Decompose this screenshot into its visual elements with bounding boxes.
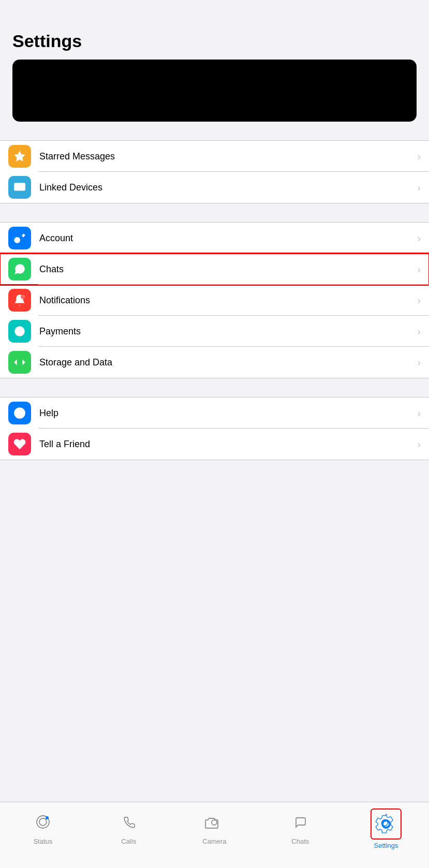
notifications-icon bbox=[8, 289, 31, 312]
tab-camera[interactable]: Camera bbox=[194, 808, 235, 845]
camera-tab-icon bbox=[201, 808, 228, 835]
starred-messages-label: Starred Messages bbox=[39, 151, 413, 162]
profile-banner[interactable] bbox=[0, 60, 429, 122]
tab-settings[interactable]: Settings bbox=[365, 808, 407, 849]
tab-calls[interactable]: Calls bbox=[108, 808, 150, 845]
chevron-icon: › bbox=[417, 326, 421, 337]
chevron-icon: › bbox=[417, 232, 421, 244]
settings-item-payments[interactable]: ₹ Payments › bbox=[0, 316, 429, 347]
chats-settings-icon bbox=[8, 258, 31, 281]
chats-tab-icon bbox=[287, 808, 314, 835]
support-section: i Help › Tell a Friend › bbox=[0, 397, 429, 460]
storage-label: Storage and Data bbox=[39, 357, 413, 368]
chevron-icon: › bbox=[417, 407, 421, 419]
settings-item-notifications[interactable]: Notifications › bbox=[0, 285, 429, 316]
settings-item-account[interactable]: Account › bbox=[0, 223, 429, 254]
help-label: Help bbox=[39, 408, 413, 419]
settings-item-storage[interactable]: Storage and Data › bbox=[0, 347, 429, 378]
calls-tab-icon bbox=[115, 808, 142, 835]
status-tab-label: Status bbox=[33, 837, 52, 845]
settings-tab-icon bbox=[373, 811, 400, 837]
svg-rect-0 bbox=[14, 183, 25, 190]
settings-item-help[interactable]: i Help › bbox=[0, 398, 429, 429]
help-icon: i bbox=[8, 402, 31, 424]
tab-bar: Status Calls Camera Chats bbox=[0, 802, 429, 868]
chevron-icon: › bbox=[417, 151, 421, 163]
chats-settings-label: Chats bbox=[39, 264, 413, 275]
settings-tab-label: Settings bbox=[374, 842, 398, 849]
svg-point-8 bbox=[39, 818, 47, 826]
camera-tab-label: Camera bbox=[202, 837, 226, 845]
svg-text:i: i bbox=[19, 408, 21, 417]
payments-label: Payments bbox=[39, 326, 413, 337]
svg-text:₹: ₹ bbox=[18, 328, 22, 335]
chevron-icon: › bbox=[417, 263, 421, 275]
linked-devices-label: Linked Devices bbox=[39, 182, 413, 193]
page-title: Settings bbox=[0, 0, 429, 60]
account-icon bbox=[8, 227, 31, 249]
main-settings-section: Account › Chats › Notifications bbox=[0, 222, 429, 378]
tab-status[interactable]: Status bbox=[22, 808, 64, 845]
tell-friend-icon bbox=[8, 433, 31, 455]
settings-item-chats[interactable]: Chats › bbox=[0, 254, 429, 285]
settings-item-linked[interactable]: Linked Devices › bbox=[0, 172, 429, 203]
svg-point-9 bbox=[46, 816, 49, 819]
chats-tab-label: Chats bbox=[291, 837, 309, 845]
tab-chats[interactable]: Chats bbox=[279, 808, 321, 845]
tell-friend-label: Tell a Friend bbox=[39, 439, 413, 450]
starred-messages-icon bbox=[8, 145, 31, 168]
chevron-icon: › bbox=[417, 357, 421, 369]
chevron-icon: › bbox=[417, 295, 421, 306]
settings-item-starred[interactable]: Starred Messages › bbox=[0, 141, 429, 172]
linked-devices-icon bbox=[8, 176, 31, 199]
quick-links-section: Starred Messages › Linked Devices › bbox=[0, 140, 429, 203]
chevron-icon: › bbox=[417, 438, 421, 450]
status-tab-icon bbox=[29, 808, 56, 835]
account-label: Account bbox=[39, 233, 413, 244]
profile-card bbox=[12, 60, 417, 122]
settings-item-tell-friend[interactable]: Tell a Friend › bbox=[0, 429, 429, 460]
payments-icon: ₹ bbox=[8, 320, 31, 343]
storage-icon bbox=[8, 351, 31, 374]
calls-tab-label: Calls bbox=[121, 837, 136, 845]
settings-tab-highlight bbox=[371, 808, 402, 840]
svg-point-2 bbox=[21, 295, 25, 299]
chevron-icon: › bbox=[417, 182, 421, 194]
notifications-label: Notifications bbox=[39, 295, 413, 306]
